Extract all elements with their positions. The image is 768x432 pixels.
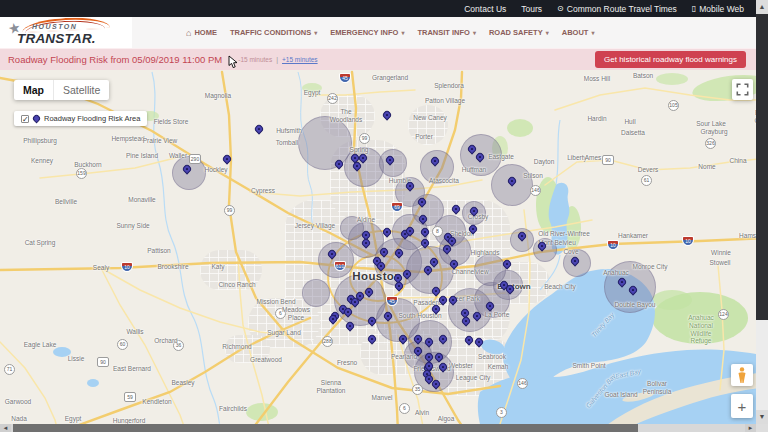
fullscreen-icon — [736, 83, 749, 96]
road-shield-61: 61 — [641, 175, 652, 186]
map-label: Greatwood — [250, 356, 282, 364]
legend-checkbox[interactable]: ✓ — [21, 115, 29, 123]
map-label: Ames — [585, 154, 602, 162]
mobile-web-link[interactable]: ▯Mobile Web — [692, 4, 744, 14]
map-label: Algoa — [438, 415, 455, 423]
road-shield-99: 99 — [359, 133, 370, 144]
scroll-left-arrow[interactable]: ◄ — [0, 424, 11, 432]
map-label: Cinco Ranch — [218, 281, 255, 289]
flood-warning-pin[interactable] — [253, 123, 264, 134]
map-label: Garwood — [5, 398, 31, 406]
map-label: Fairchilds — [219, 405, 247, 413]
main-navbar: ★ HOUSTON TRANSTAR. ⌂HOME TRAFFIC CONDIT… — [0, 17, 756, 48]
map-label: League City — [456, 374, 491, 382]
horizontal-scrollbar-thumb[interactable] — [13, 424, 638, 432]
nav-traffic-label: TRAFFIC CONDITIONS — [230, 28, 311, 37]
map-label: Meadows Place — [282, 306, 310, 322]
nav-item-about[interactable]: ABOUT▾ — [562, 28, 595, 37]
map-label: Phillipsburg — [23, 137, 57, 145]
map-label: Fields Store — [154, 118, 189, 126]
map-label: Devers — [638, 166, 659, 174]
nav-item-road-safety[interactable]: ROAD SAFETY▾ — [489, 28, 549, 37]
tours-link[interactable]: Tours — [521, 4, 542, 14]
nav-item-home[interactable]: ⌂HOME — [186, 28, 217, 38]
pegman-icon — [737, 367, 747, 384]
road-shield-8: 8 — [432, 226, 443, 237]
map-label: Grayburg — [700, 128, 727, 136]
flood-risk-area-circle — [379, 149, 407, 177]
vertical-scrollbar-thumb[interactable] — [756, 14, 768, 320]
map-type-satellite-button[interactable]: Satellite — [53, 80, 109, 100]
road-shield-6: 6 — [399, 403, 410, 414]
road-shield-36: 36 — [173, 340, 184, 351]
flood-warning-pin[interactable] — [221, 153, 232, 164]
scroll-up-arrow[interactable]: ▲ — [756, 0, 768, 14]
nav-item-transit-info[interactable]: TRANSIT INFO▾ — [417, 28, 476, 37]
houston-transtar-logo[interactable]: ★ HOUSTON TRANSTAR. — [8, 18, 138, 48]
nav-item-traffic-conditions[interactable]: TRAFFIC CONDITIONS▾ — [230, 28, 317, 37]
map-label: New Caney — [413, 114, 447, 122]
road-shield-146: 146 — [517, 378, 528, 389]
flood-warning-pin[interactable] — [430, 303, 441, 314]
phone-icon: ▯ — [692, 4, 696, 13]
map-label: Bellville — [55, 198, 77, 206]
map-label: Stowell — [710, 259, 731, 267]
time-forward-link[interactable]: +15 minutes — [282, 56, 318, 63]
map-label: Kendleton — [142, 398, 171, 406]
map-label: Winnie — [711, 249, 731, 257]
road-shield-124: 124 — [718, 309, 729, 320]
map-label: Monaville — [128, 196, 155, 204]
common-route-travel-times-link[interactable]: ⊙Common Route Travel Times — [557, 4, 677, 14]
map-label: Egypt — [65, 415, 82, 423]
flood-warning-pin[interactable] — [467, 223, 478, 234]
map-label: Smith Point — [572, 362, 605, 370]
chevron-down-icon: ▾ — [473, 29, 476, 36]
flood-risk-map[interactable]: 4545101010696108999910514614632661124713… — [0, 70, 756, 424]
horizontal-scrollbar[interactable]: ◄ ► — [0, 424, 756, 432]
map-label: Tomball — [276, 139, 298, 147]
zoom-in-button[interactable]: + — [731, 394, 753, 418]
time-back-link[interactable]: -15 minutes — [238, 56, 272, 63]
map-label: Hempstead — [111, 135, 144, 143]
road-shield-146: 146 — [530, 185, 541, 196]
map-label: Sour Lake — [696, 120, 726, 128]
mouse-cursor-icon — [227, 55, 239, 69]
map-label: Dayton — [534, 158, 555, 166]
flood-warning-pin[interactable] — [381, 109, 392, 120]
nav-item-emergency-info[interactable]: EMERGENCY INFO▾ — [330, 28, 404, 37]
logo-houston-text: HOUSTON — [32, 23, 77, 30]
fullscreen-button[interactable] — [732, 79, 753, 100]
flood-risk-area-circle — [302, 279, 330, 307]
flood-warning-pin[interactable] — [450, 203, 461, 214]
map-label: Goat Island — [604, 391, 637, 399]
nav-about-label: ABOUT — [562, 28, 589, 37]
road-shield-6: 6 — [275, 308, 286, 319]
home-icon: ⌂ — [186, 28, 191, 38]
map-label: China — [730, 157, 747, 165]
clock-icon: ⊙ — [557, 4, 564, 13]
vertical-scrollbar[interactable]: ▲ ▼ — [756, 0, 768, 424]
flood-warning-pin[interactable] — [437, 294, 448, 305]
map-label: Kenney — [31, 157, 53, 165]
flood-warning-pin[interactable] — [473, 336, 484, 347]
historical-warnings-button[interactable]: Get historical roadway flood warnings — [595, 51, 746, 68]
map-type-map-button[interactable]: Map — [14, 80, 53, 100]
street-view-pegman-button[interactable] — [731, 364, 753, 386]
road-shield-242: 242 — [327, 93, 338, 104]
scroll-down-arrow[interactable]: ▼ — [756, 410, 768, 424]
map-label: Trinity Bay — [590, 311, 616, 339]
nav-transit-label: TRANSIT INFO — [417, 28, 470, 37]
nav-home-label: HOME — [194, 28, 217, 37]
contact-us-link[interactable]: Contact Us — [464, 4, 506, 14]
road-shield-3: 3 — [496, 407, 507, 418]
road-shield-45: 45 — [339, 73, 351, 83]
legend-label: Roadway Flooding Risk Area — [44, 114, 140, 123]
road-shield-105: 105 — [668, 100, 679, 111]
flood-warning-pin[interactable] — [366, 333, 377, 344]
chevron-down-icon: ▾ — [591, 29, 594, 36]
map-label: Daisetta — [621, 129, 645, 137]
scroll-right-arrow[interactable]: ► — [745, 424, 756, 432]
browser-viewport: Contact Us Tours ⊙Common Route Travel Ti… — [0, 0, 768, 432]
flood-warning-pin[interactable] — [463, 334, 474, 345]
map-label: Pattison — [147, 247, 171, 255]
